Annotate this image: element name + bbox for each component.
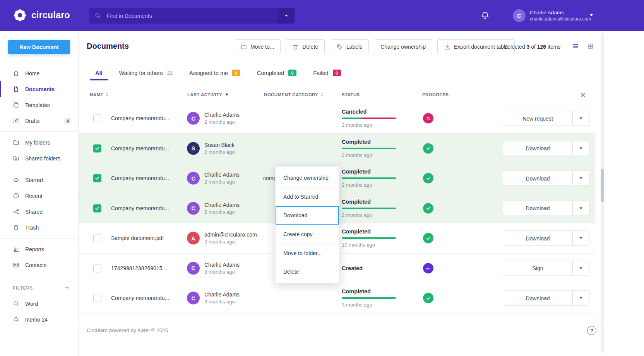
labels-button[interactable]: Labels xyxy=(330,39,369,54)
selection-prefix: Selected xyxy=(504,44,525,50)
new-document-button[interactable]: New Document xyxy=(8,40,70,54)
tab-label: Assigned to me xyxy=(189,70,228,76)
activity-user-name: Charlie Adams xyxy=(204,112,240,118)
toolbar: Move to...DeleteLabelsChange ownershipEx… xyxy=(234,39,515,54)
activity-time: 2 months ago xyxy=(204,149,235,155)
table-settings-button[interactable] xyxy=(580,92,586,98)
activity-time: 3 months ago xyxy=(204,269,240,275)
change-ownership-button[interactable]: Change ownership xyxy=(374,39,432,54)
column-header-status[interactable]: STATUS xyxy=(342,92,360,97)
menu-item-change-ownership[interactable]: Change ownership xyxy=(276,169,339,187)
menu-item-create-copy[interactable]: Create copy xyxy=(276,225,339,244)
menu-item-download[interactable]: Download xyxy=(276,206,339,225)
action-dropdown-button[interactable] xyxy=(572,231,589,245)
sidebar-item-trash[interactable]: Trash xyxy=(0,220,78,235)
row-checkbox[interactable] xyxy=(93,264,101,272)
menu-item-add-to-starred[interactable]: Add to Starred xyxy=(276,187,339,206)
scrollbar[interactable] xyxy=(601,33,604,353)
column-header-last-activity[interactable]: LAST ACTIVITY xyxy=(187,92,228,97)
progress-bar xyxy=(342,208,396,209)
list-view-button[interactable] xyxy=(572,43,579,49)
action-dropdown-button[interactable] xyxy=(572,261,589,275)
progress-bar xyxy=(342,177,396,179)
sidebar-item-label: Templates xyxy=(25,102,50,108)
tab-all[interactable]: All xyxy=(90,65,108,80)
notifications-button[interactable] xyxy=(481,11,490,20)
trash-icon xyxy=(292,44,299,50)
add-filter-button[interactable] xyxy=(64,284,70,291)
move-icon xyxy=(240,44,247,50)
avatar[interactable]: C xyxy=(513,9,526,22)
sidebar-item-recent[interactable]: Recent xyxy=(0,188,78,204)
activity-user-name: Charlie Adams xyxy=(204,262,240,268)
delete-button[interactable]: Delete xyxy=(286,39,324,54)
sidebar-item-starred[interactable]: Starred xyxy=(0,172,78,188)
sidebar-item-shared-folders[interactable]: Shared folders xyxy=(0,150,78,166)
tab-completed[interactable]: Completed0 xyxy=(252,65,302,80)
download-button[interactable]: Download xyxy=(503,171,572,186)
sidebar-item-contacts[interactable]: Contacts xyxy=(0,257,78,273)
tab-label: Completed xyxy=(257,70,284,76)
sidebar-item-templates[interactable]: Templates xyxy=(0,97,78,113)
column-header-document-category[interactable]: DOCUMENT CATEGORY xyxy=(264,92,323,97)
search-bar xyxy=(89,8,295,24)
table-row[interactable]: Company memorandu...SSusan Black2 months… xyxy=(78,134,595,164)
menu-item-move-to-folder[interactable]: Move to folder... xyxy=(276,244,339,262)
progress-ok-icon xyxy=(423,293,433,303)
row-checkbox[interactable] xyxy=(93,144,101,152)
status-date: 2 months ago xyxy=(342,212,372,218)
row-checkbox[interactable] xyxy=(93,114,101,123)
sidebar-item-shared[interactable]: Shared xyxy=(0,204,78,220)
move-to-button[interactable]: Move to... xyxy=(234,39,281,54)
action-dropdown-button[interactable] xyxy=(572,201,589,215)
selection-count: 3 xyxy=(526,44,529,50)
user-menu[interactable]: Charlie Adams charlie.adams@circularo.co… xyxy=(530,10,591,22)
button-label: Move to... xyxy=(250,44,274,50)
menu-item-delete[interactable]: Delete xyxy=(276,262,339,281)
search-input[interactable] xyxy=(106,12,278,19)
avatar: C xyxy=(187,202,200,215)
tab-assigned-to-me[interactable]: Assigned to me0 xyxy=(184,65,246,80)
sidebar-item-label: Starred xyxy=(25,177,43,183)
activity-time: 2 months ago xyxy=(204,209,240,215)
tab-waiting-for-others[interactable]: Waiting for others21 xyxy=(114,65,178,80)
row-checkbox[interactable] xyxy=(93,174,101,182)
table-row[interactable]: Company memorandu...CCharlie Adams3 mont… xyxy=(78,283,595,313)
help-button[interactable]: ? xyxy=(587,326,596,335)
action-dropdown-button[interactable] xyxy=(572,171,589,186)
column-header-name[interactable]: NAME xyxy=(90,92,108,97)
action-dropdown-button[interactable] xyxy=(572,291,589,305)
sign-button[interactable]: Sign xyxy=(503,261,572,275)
trash-icon xyxy=(13,224,19,231)
table-row[interactable]: Company memorandu...CCharlie Adams2 mont… xyxy=(78,104,595,134)
tab-failed[interactable]: Failed0 xyxy=(308,65,346,80)
sidebar-item-reports[interactable]: Reports xyxy=(0,241,78,257)
chevron-down-icon[interactable] xyxy=(590,14,593,16)
sidebar-item-home[interactable]: Home xyxy=(0,65,78,81)
row-checkbox[interactable] xyxy=(93,294,101,302)
export-document-table-button[interactable]: Export document table xyxy=(437,39,515,54)
download-button[interactable]: Download xyxy=(503,141,572,155)
download-button[interactable]: Download xyxy=(503,231,572,245)
new-request-button[interactable]: New request xyxy=(503,111,572,126)
brand: circularo xyxy=(13,8,70,22)
row-checkbox[interactable] xyxy=(93,204,101,212)
activity-time: 3 months ago xyxy=(204,299,240,305)
scrollbar-thumb[interactable] xyxy=(601,169,604,202)
column-header-progress[interactable]: PROGRESS xyxy=(422,92,449,97)
search-scope-dropdown[interactable] xyxy=(278,8,295,24)
activity-user-name: Susan Black xyxy=(204,142,235,148)
sidebar-filter-memo-24[interactable]: memo 24 xyxy=(0,312,78,327)
sidebar-item-my-folders[interactable]: My folders xyxy=(0,135,78,150)
row-checkbox[interactable] xyxy=(93,234,101,242)
sidebar-filter-word[interactable]: Word xyxy=(0,296,78,312)
download-button[interactable]: Download xyxy=(503,291,572,305)
download-button[interactable]: Download xyxy=(503,201,572,215)
grid-view-button[interactable] xyxy=(587,43,594,49)
action-dropdown-button[interactable] xyxy=(572,111,589,126)
progress-ok-icon xyxy=(423,233,433,244)
sidebar-item-documents[interactable]: Documents xyxy=(0,81,78,97)
action-dropdown-button[interactable] xyxy=(572,141,589,155)
column-label: LAST ACTIVITY xyxy=(187,92,222,97)
sidebar-item-drafts[interactable]: Drafts4 xyxy=(0,113,78,129)
